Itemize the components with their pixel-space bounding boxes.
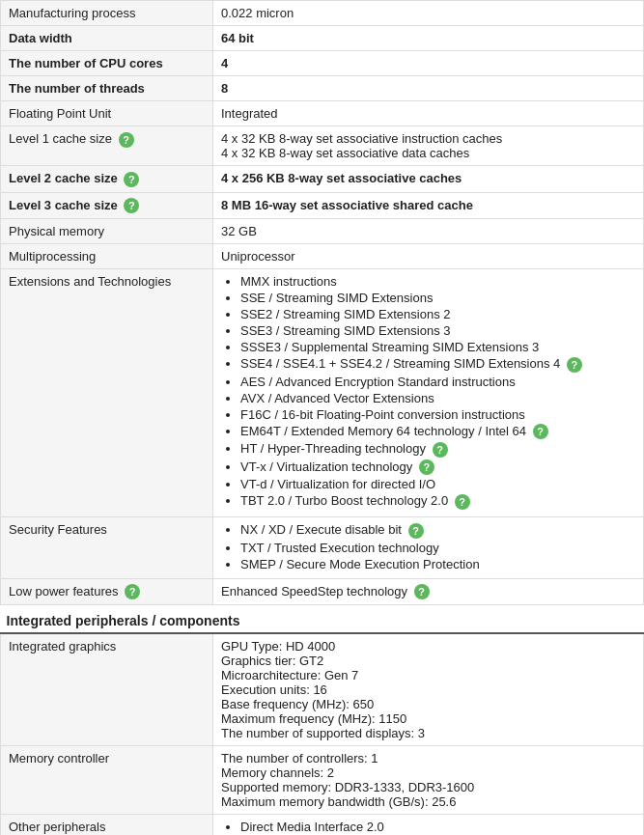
info-icon[interactable]: ?: [455, 494, 470, 510]
row-label: Data width: [1, 26, 213, 51]
row-value: NX / XD / Execute disable bit ?TXT / Tru…: [213, 516, 644, 578]
row-value: MMX instructionsSSE / Streaming SIMD Ext…: [213, 269, 644, 517]
info-icon[interactable]: ?: [125, 584, 140, 599]
table-row: Extensions and TechnologiesMMX instructi…: [1, 269, 644, 517]
row-value: 32 GB: [213, 219, 644, 244]
list-item: TBT 2.0 / Turbo Boost technology 2.0 ?: [240, 493, 635, 510]
info-icon[interactable]: ?: [419, 459, 434, 475]
list-item: SMEP / Secure Mode Execution Protection: [240, 557, 635, 571]
info-icon[interactable]: ?: [408, 523, 424, 539]
list-item: HT / Hyper-Threading technology ?: [240, 441, 635, 458]
row-label: The number of CPU cores: [1, 51, 213, 76]
list-item: SSE3 / Streaming SIMD Extensions 3: [240, 323, 635, 338]
row-label: Floating Point Unit: [1, 101, 213, 126]
section-title: Integrated peripherals / components: [1, 605, 644, 634]
row-value: 8: [213, 76, 644, 101]
list-item: EM64T / Extended Memory 64 technology / …: [240, 424, 635, 440]
table-row: Level 3 cache size ?8 MB 16-way set asso…: [1, 192, 644, 219]
row-label: Integrated graphics: [1, 633, 213, 746]
list-item: SSSE3 / Supplemental Streaming SIMD Exte…: [240, 340, 635, 354]
row-label: Level 2 cache size ?: [1, 166, 213, 193]
table-row: Memory controllerThe number of controlle…: [1, 746, 644, 815]
table-row: Manufacturing process0.022 micron: [1, 1, 644, 26]
info-icon[interactable]: ?: [533, 424, 548, 439]
row-label: Level 3 cache size ?: [1, 192, 213, 219]
row-value: 4: [213, 51, 644, 76]
list-item: F16C / 16-bit Floating-Point conversion …: [240, 407, 635, 422]
row-value: Enhanced SpeedStep technology ?: [213, 578, 644, 605]
list-item: SSE4 / SSE4.1 + SSE4.2 / Streaming SIMD …: [240, 356, 635, 373]
row-label: Manufacturing process: [1, 1, 213, 26]
list-item: MMX instructions: [240, 274, 635, 289]
row-label: The number of threads: [1, 76, 213, 101]
row-label: Physical memory: [1, 219, 213, 244]
table-row: Data width64 bit: [1, 26, 644, 51]
info-icon[interactable]: ?: [414, 584, 430, 599]
row-label: Low power features ?: [1, 578, 213, 605]
table-row: The number of CPU cores4: [1, 51, 644, 76]
section-header-integrated: Integrated peripherals / components: [1, 605, 644, 634]
list-item: TXT / Trusted Execution technology: [240, 541, 635, 555]
bullet-list: Direct Media Interface 2.0PCI Express 3.…: [221, 820, 635, 835]
row-value: Integrated: [213, 101, 644, 126]
row-value: 4 x 32 KB 8-way set associative instruct…: [213, 126, 644, 166]
row-label: Memory controller: [1, 746, 213, 815]
table-row: Security FeaturesNX / XD / Execute disab…: [1, 516, 644, 578]
list-item: SSE2 / Streaming SIMD Extensions 2: [240, 307, 635, 321]
table-row: Low power features ?Enhanced SpeedStep t…: [1, 578, 644, 605]
info-icon[interactable]: ?: [124, 198, 139, 213]
row-label: Extensions and Technologies: [1, 269, 213, 517]
bullet-list: NX / XD / Execute disable bit ?TXT / Tru…: [221, 522, 635, 571]
spec-table: Manufacturing process0.022 micronData wi…: [0, 0, 644, 835]
row-label: Multiprocessing: [1, 244, 213, 269]
list-item: AES / Advanced Encryption Standard instr…: [240, 375, 635, 389]
list-item: VT-x / Virtualization technology ?: [240, 459, 635, 476]
row-value: 0.022 micron: [213, 1, 644, 26]
table-row: Level 1 cache size ?4 x 32 KB 8-way set …: [1, 126, 644, 166]
row-value: Uniprocessor: [213, 244, 644, 269]
list-item: Direct Media Interface 2.0: [240, 820, 635, 834]
row-value: The number of controllers: 1Memory chann…: [213, 746, 644, 815]
table-row: The number of threads8: [1, 76, 644, 101]
row-label: Other peripherals: [1, 815, 213, 835]
table-row: Other peripheralsDirect Media Interface …: [1, 815, 644, 835]
info-icon[interactable]: ?: [119, 132, 134, 148]
row-label: Security Features: [1, 516, 213, 578]
bullet-list: MMX instructionsSSE / Streaming SIMD Ext…: [221, 274, 635, 510]
row-value: 4 x 256 KB 8-way set associative caches: [213, 166, 644, 193]
list-item: AVX / Advanced Vector Extensions: [240, 391, 635, 405]
info-icon[interactable]: ?: [567, 357, 582, 373]
table-row: Integrated graphicsGPU Type: HD 4000Grap…: [1, 633, 644, 746]
row-value: 8 MB 16-way set associative shared cache: [213, 192, 644, 219]
list-item: VT-d / Virtualization for directed I/O: [240, 477, 635, 491]
info-icon[interactable]: ?: [433, 442, 448, 458]
row-value: 64 bit: [213, 26, 644, 51]
row-value: GPU Type: HD 4000Graphics tier: GT2Micro…: [213, 633, 644, 746]
table-row: MultiprocessingUniprocessor: [1, 244, 644, 269]
list-item: NX / XD / Execute disable bit ?: [240, 522, 635, 539]
list-item: SSE / Streaming SIMD Extensions: [240, 291, 635, 305]
table-row: Level 2 cache size ?4 x 256 KB 8-way set…: [1, 166, 644, 193]
info-icon[interactable]: ?: [124, 172, 139, 187]
row-value: Direct Media Interface 2.0PCI Express 3.…: [213, 815, 644, 835]
row-label: Level 1 cache size ?: [1, 126, 213, 166]
table-row: Physical memory32 GB: [1, 219, 644, 244]
table-row: Floating Point UnitIntegrated: [1, 101, 644, 126]
